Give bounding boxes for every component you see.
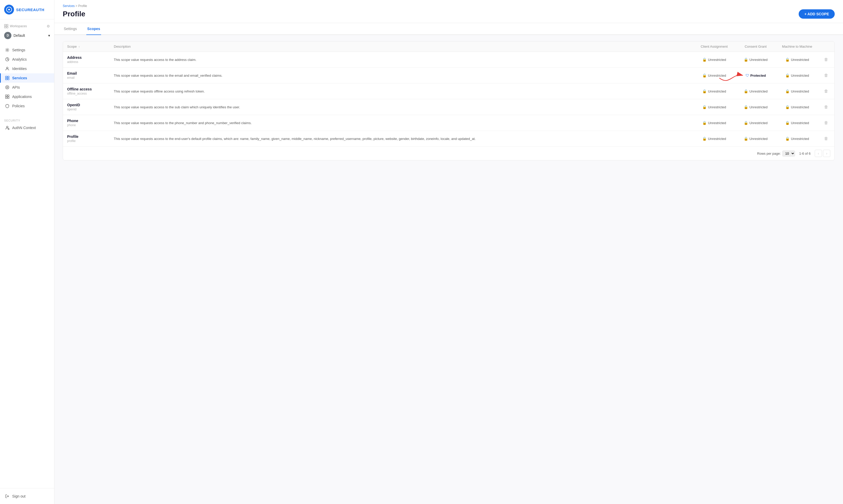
svg-rect-2: [6, 24, 8, 26]
sign-out-button[interactable]: Sign out: [0, 491, 54, 501]
client-assignment-value: Unrestricted: [708, 105, 726, 109]
svg-rect-15: [7, 95, 9, 96]
scope-code: address: [67, 60, 106, 64]
services-icon: [5, 76, 10, 80]
breadcrumb-parent[interactable]: Services: [63, 4, 75, 8]
delete-button-5[interactable]: 🗑: [822, 135, 830, 142]
delete-cell-5: 🗑: [818, 131, 835, 147]
sidebar-item-authn-context[interactable]: AuthN Context: [0, 123, 54, 132]
client-assignment-value: Unrestricted: [708, 121, 726, 125]
lock-icon: 🔒: [785, 57, 790, 62]
scope-cell-5: Profileprofile: [63, 131, 110, 147]
m2m-value: Unrestricted: [791, 89, 809, 93]
sidebar-item-settings[interactable]: Settings: [0, 46, 54, 55]
lock-icon: 🔒: [702, 57, 707, 62]
machine-to-machine-cell-1[interactable]: 🔒Unrestricted: [776, 68, 818, 84]
svg-point-7: [6, 67, 8, 69]
client-assignment-cell-3[interactable]: 🔒Unrestricted: [694, 99, 735, 115]
tab-scopes[interactable]: Scopes: [86, 23, 101, 35]
top-bar: Services > Profile Profile + ADD SCOPE: [54, 0, 843, 23]
delete-button-1[interactable]: 🗑: [822, 72, 830, 79]
consent-grant-cell-1[interactable]: 🛡Protected: [735, 68, 776, 84]
svg-rect-9: [7, 76, 9, 78]
scopes-table-container: Scope ↑ Description Client Assignment Co…: [63, 41, 835, 160]
client-assignment-cell-2[interactable]: 🔒Unrestricted: [694, 84, 735, 99]
delete-button-3[interactable]: 🗑: [822, 104, 830, 110]
svg-point-5: [7, 50, 8, 51]
scope-name: Profile: [67, 134, 106, 139]
delete-cell-0: 🗑: [818, 52, 835, 68]
description-cell-5: This scope value requests access to the …: [110, 131, 694, 147]
lock-icon: 🔒: [785, 73, 790, 77]
table-row: OpenIDopenidThis scope value requests ac…: [63, 99, 835, 115]
tab-settings[interactable]: Settings: [63, 23, 78, 35]
lock-icon: 🔒: [785, 137, 790, 141]
workspaces-row[interactable]: Workspaces ⚙: [0, 22, 54, 30]
machine-to-machine-cell-4[interactable]: 🔒Unrestricted: [776, 115, 818, 131]
gear-icon[interactable]: ⚙: [47, 24, 50, 28]
scope-cell-0: Addressaddress: [63, 52, 110, 68]
scope-cell-4: Phonephone: [63, 115, 110, 131]
sidebar-item-apis[interactable]: APIs: [0, 83, 54, 92]
scopes-table: Scope ↑ Description Client Assignment Co…: [63, 41, 835, 146]
machine-to-machine-cell-2[interactable]: 🔒Unrestricted: [776, 84, 818, 99]
consent-grant-cell-0[interactable]: 🔒Unrestricted: [735, 52, 776, 68]
applications-label: Applications: [12, 94, 32, 99]
table-wrapper: Scope ↑ Description Client Assignment Co…: [63, 41, 835, 160]
sidebar-item-services[interactable]: Services: [0, 73, 54, 83]
scope-name: Email: [67, 71, 106, 75]
col-header-scope[interactable]: Scope ↑: [63, 41, 110, 52]
scope-code: email: [67, 76, 106, 79]
sidebar-item-applications[interactable]: Applications: [0, 92, 54, 101]
sidebar-item-identities[interactable]: Identities: [0, 64, 54, 73]
table-footer: Rows per page: 10 25 50 1-6 of 6 ‹ ›: [63, 146, 835, 160]
sidebar-item-policies[interactable]: Policies: [0, 101, 54, 111]
sidebar: SECUREAUTH Workspaces ⚙ D Default ▾: [0, 0, 54, 504]
apis-label: APIs: [12, 85, 20, 89]
consent-grant-value: Unrestricted: [749, 58, 768, 62]
consent-grant-cell-2[interactable]: 🔒Unrestricted: [735, 84, 776, 99]
description-cell-0: This scope value requests access to the …: [110, 52, 694, 68]
sidebar-item-analytics[interactable]: Analytics: [0, 55, 54, 64]
client-assignment-cell-1[interactable]: 🔒Unrestricted: [694, 68, 735, 84]
main-content: Services > Profile Profile + ADD SCOPE S…: [54, 0, 843, 504]
delete-button-4[interactable]: 🗑: [822, 120, 830, 126]
add-scope-button[interactable]: + ADD SCOPE: [799, 9, 835, 19]
identities-icon: [5, 66, 10, 71]
consent-grant-cell-5[interactable]: 🔒Unrestricted: [735, 131, 776, 147]
machine-to-machine-cell-0[interactable]: 🔒Unrestricted: [776, 52, 818, 68]
scope-cell-1: Emailemail: [63, 68, 110, 84]
description-cell-2: This scope value requests offline access…: [110, 84, 694, 99]
logo-text: SECUREAUTH: [16, 7, 44, 12]
rows-per-page-select[interactable]: 10 25 50: [782, 150, 795, 157]
delete-button-0[interactable]: 🗑: [822, 56, 830, 63]
svg-point-13: [7, 87, 8, 88]
client-assignment-cell-0[interactable]: 🔒Unrestricted: [694, 52, 735, 68]
scope-cell-2: Offline accessoffline_access: [63, 84, 110, 99]
client-assignment-cell-5[interactable]: 🔒Unrestricted: [694, 131, 735, 147]
client-assignment-value: Unrestricted: [708, 137, 726, 141]
shield-icon: 🛡: [746, 73, 749, 77]
description-cell-3: This scope value requests access to the …: [110, 99, 694, 115]
lock-icon: 🔒: [744, 121, 748, 125]
account-selector[interactable]: D Default ▾: [0, 30, 54, 41]
chevron-down-icon: ▾: [48, 33, 50, 38]
machine-to-machine-cell-5[interactable]: 🔒Unrestricted: [776, 131, 818, 147]
lock-icon: 🔒: [702, 89, 707, 93]
security-section-label: Security: [0, 116, 54, 123]
m2m-value: Unrestricted: [791, 137, 809, 141]
machine-to-machine-cell-3[interactable]: 🔒Unrestricted: [776, 99, 818, 115]
consent-grant-cell-4[interactable]: 🔒Unrestricted: [735, 115, 776, 131]
description-cell-4: This scope value requests access to the …: [110, 115, 694, 131]
prev-page-button[interactable]: ‹: [815, 150, 822, 157]
scope-code: openid: [67, 108, 106, 111]
next-page-button[interactable]: ›: [823, 150, 830, 157]
sort-icon: ↑: [78, 45, 80, 48]
table-row: PhonephoneThis scope value requests acce…: [63, 115, 835, 131]
protected-badge: 🛡Protected: [739, 73, 772, 77]
client-assignment-cell-4[interactable]: 🔒Unrestricted: [694, 115, 735, 131]
svg-rect-11: [7, 78, 9, 80]
sign-out-icon: [5, 494, 10, 499]
delete-button-2[interactable]: 🗑: [822, 88, 830, 94]
consent-grant-cell-3[interactable]: 🔒Unrestricted: [735, 99, 776, 115]
